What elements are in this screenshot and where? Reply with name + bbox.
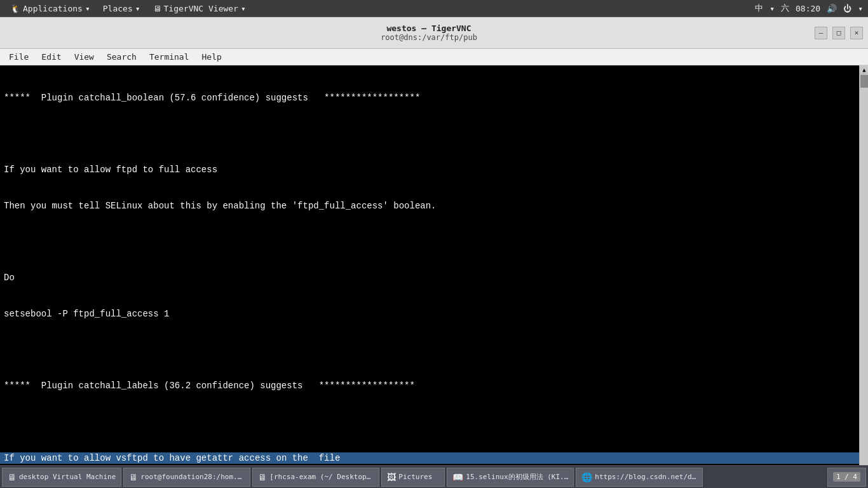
terminal-text: ***** Plugin catchall_boolean (57.6 conf… [4,68,864,478]
vnc-arrow-icon: ▾ [241,4,246,13]
taskbar-label-selinux: 15.selinux的初级用法 (KI... [466,472,568,482]
taskbar-item-desktop[interactable]: 🖥 desktop Virtual Machine [2,468,121,487]
menu-search[interactable]: Search [100,50,143,64]
rhcsa-icon: 🖥 [258,472,267,482]
highlight-prefix: If [4,453,20,463]
vnc-icon: 🖥 [153,4,161,13]
terminal-line-3: Then you must tell SELinux about this by… [4,200,864,212]
menu-edit[interactable]: Edit [35,50,67,64]
day-indicator: 六 [781,3,789,14]
terminal-line-9 [4,416,864,428]
lang-indicator[interactable]: 中 [755,3,763,14]
vnc-label: TigerVNC Viewer [164,4,238,13]
taskbar-item-url[interactable]: 🌐 https://blog.csdn.net/d... [576,468,703,487]
taskbar-page-counter[interactable]: 1 / 4 [827,468,866,487]
apps-arrow-icon: ▾ [85,4,90,13]
terminal-line-0: ***** Plugin catchall_boolean (57.6 conf… [4,92,864,104]
minimize-button[interactable]: – [815,27,827,39]
places-arrow-icon: ▾ [135,4,140,13]
close-button[interactable]: ✕ [850,27,863,39]
page-counter-badge: 1 / 4 [833,472,860,482]
pictures-icon: 🖼 [387,472,396,482]
applications-label: Applications [23,4,83,13]
terminal-content[interactable]: ***** Plugin catchall_boolean (57.6 conf… [0,65,868,478]
url-icon: 🌐 [581,472,592,482]
vnc-window: westos – TigerVNC root@dns:/var/ftp/pub … [0,17,868,488]
vertical-scrollbar[interactable]: ▲ ▼ [859,65,868,478]
applications-menu[interactable]: 🐧 Applications ▾ [5,3,95,15]
terminal-line-1 [4,128,864,140]
taskbar: 🖥 desktop Virtual Machine 🖥 root@foundat… [0,465,868,488]
menu-bar: File Edit View Search Terminal Help [0,49,868,65]
terminal-line-6: setsebool -P ftpd_full_access 1 [4,308,864,320]
taskbar-item-selinux[interactable]: 📖 15.selinux的初级用法 (KI... [447,468,574,487]
applications-icon: 🐧 [10,4,20,13]
highlight-content: you want to allow vsftpd to have getattr… [20,453,340,463]
terminal-line-10-highlighted: If you want to allow vsftpd to have geta… [0,452,868,464]
taskbar-label-foundation: root@foundation28:/hom... [140,473,245,481]
desktop-vm-icon: 🖥 [8,472,17,482]
terminal-area: ***** Plugin catchall_boolean (57.6 conf… [0,65,868,478]
taskbar-label-rhcsa: [rhcsa-exam (~/ Desktop) ... [269,473,374,481]
taskbar-item-foundation[interactable]: 🖥 root@foundation28:/hom... [123,468,250,487]
places-label: Places [103,4,133,13]
selinux-doc-icon: 📖 [452,472,463,482]
maximize-button[interactable]: □ [832,27,845,39]
terminal-line-7 [4,344,864,356]
terminal-line-2: If you want to allow ftpd to full access [4,164,864,176]
taskbar-label-desktop: desktop Virtual Machine [19,473,116,481]
menu-terminal[interactable]: Terminal [143,50,196,64]
power-icon[interactable]: ⏻ [843,4,851,13]
time-indicator: 08:20 [796,4,820,13]
menu-view[interactable]: View [68,50,100,64]
vnc-window-controls: – □ ✕ [815,27,863,39]
menu-file[interactable]: File [3,50,35,64]
volume-icon[interactable]: 🔊 [827,4,837,13]
lang-arrow-icon: ▾ [770,4,775,13]
taskbar-item-pictures[interactable]: 🖼 Pictures [381,468,445,487]
vnc-window-subtitle: root@dns:/var/ftp/pub [381,33,477,42]
terminal-line-8: ***** Plugin catchall_labels (36.2 confi… [4,380,864,392]
places-menu[interactable]: Places ▾ [98,3,146,15]
system-top-bar: 🐧 Applications ▾ Places ▾ 🖥 TigerVNC Vie… [0,0,868,17]
vnc-title-center: westos – TigerVNC root@dns:/var/ftp/pub [43,24,815,42]
terminal-line-4 [4,236,864,248]
top-bar-right: 中 ▾ 六 08:20 🔊 ⏻ ▾ [755,3,863,14]
scroll-up-button[interactable]: ▲ [860,65,868,74]
terminal-line-5: Do [4,272,864,284]
taskbar-item-rhcsa[interactable]: 🖥 [rhcsa-exam (~/ Desktop) ... [252,468,379,487]
scrollbar-thumb[interactable] [860,75,868,88]
vnc-title-bar: westos – TigerVNC root@dns:/var/ftp/pub … [0,17,868,49]
taskbar-label-url: https://blog.csdn.net/d... [595,473,697,481]
vnc-window-title: westos – TigerVNC [386,24,471,33]
top-bar-left: 🐧 Applications ▾ Places ▾ 🖥 TigerVNC Vie… [5,3,251,15]
vnc-viewer-menu[interactable]: 🖥 TigerVNC Viewer ▾ [148,3,251,15]
foundation-icon: 🖥 [129,472,138,482]
taskbar-label-pictures: Pictures [398,473,432,481]
menu-help[interactable]: Help [196,50,228,64]
power-arrow-icon: ▾ [858,4,863,13]
